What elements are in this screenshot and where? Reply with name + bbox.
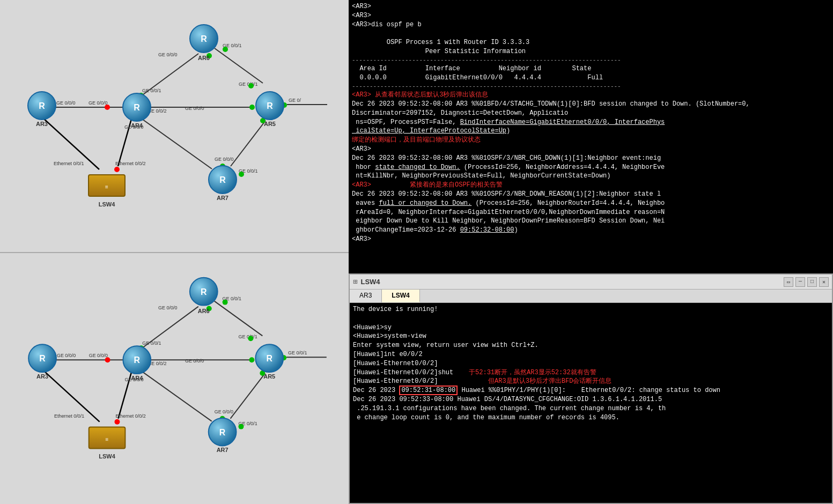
restore-button[interactable]: ▭ (784, 277, 793, 287)
svg-text:AR7: AR7 (217, 447, 228, 453)
maximize-button[interactable]: □ (807, 277, 817, 287)
svg-text:GE 0/0/0: GE 0/0/0 (89, 100, 108, 106)
svg-point-23 (105, 105, 110, 110)
ar3-ospf-title2: Peer Statistic Information (352, 47, 830, 56)
ar3-prompt3: <AR3> (352, 145, 830, 154)
svg-text:GE 0/0/1: GE 0/0/1 (142, 340, 161, 346)
lsw4-title-icon: ⊞ (353, 277, 357, 286)
ar3-prompt-1: <AR3> (352, 2, 830, 11)
right-panel: <AR3> <AR3> <AR3>dis ospf pe b OSPF Proc… (349, 0, 833, 504)
svg-text:R: R (134, 355, 141, 365)
svg-point-83 (249, 357, 254, 362)
svg-text:GE 0/0/0: GE 0/0/0 (89, 353, 108, 358)
svg-line-57 (231, 373, 266, 419)
svg-text:R: R (201, 287, 207, 297)
ar3-blank1 (352, 29, 830, 38)
svg-point-76 (105, 357, 110, 362)
svg-text:GE 0/0/1: GE 0/0/1 (239, 81, 258, 87)
svg-point-77 (114, 419, 120, 425)
svg-text:AR4: AR4 (131, 122, 143, 129)
svg-line-55 (215, 301, 263, 336)
svg-text:GE 0/0/0: GE 0/0/0 (158, 52, 178, 57)
lsw4-int: [Huawei]int e0/0/2 (353, 350, 829, 359)
svg-text:GE 0/0/0: GE 0/0/0 (185, 106, 204, 111)
svg-text:GE 0/0/1: GE 0/0/1 (238, 334, 257, 339)
lsw4-ds-log: Dec 26 2023 09:52:33-08:00 Huawei DS/4/D… (353, 395, 829, 422)
ar3-annotation2: 绑定的检测端口，及目前端口物理及协议状态 (352, 136, 830, 145)
svg-text:GE 0/0/0: GE 0/0/0 (57, 353, 76, 358)
ar3-divider1: ----------------------------------------… (352, 56, 830, 64)
svg-point-24 (114, 167, 120, 172)
svg-text:AR6: AR6 (198, 55, 210, 61)
ar3-ospf-title1: OSPF Process 1 with Router ID 3.3.3.3 (352, 38, 830, 47)
lsw4-phy-log: Dec 26 2023 09:52:31-08:00 Huawei %%01PH… (353, 386, 829, 395)
svg-text:AR3: AR3 (36, 121, 48, 127)
lsw4-title-left: ⊞ LSW4 (353, 277, 380, 286)
ar3-bfd-log: Dec 26 2023 09:52:32-08:00 AR3 %%01BFD/4… (352, 100, 830, 136)
lsw4-eth-prompt: [Huawei-Ethernet0/0/2] (353, 359, 829, 368)
lsw4-titlebar: ⊞ LSW4 ▭ ─ □ ✕ (350, 275, 832, 290)
svg-text:Ethernet 0/0/2: Ethernet 0/0/2 (115, 413, 145, 419)
ar3-annotation3: <AR3> 紧接着的是来自OSPF的相关告警 (352, 181, 830, 190)
svg-text:GE 0/0/0: GE 0/0/0 (215, 409, 233, 414)
svg-text:Ethernet 0/0/1: Ethernet 0/0/1 (54, 161, 84, 166)
svg-text:R: R (134, 103, 140, 112)
ar3-prompt-2: <AR3> (352, 11, 830, 20)
ar3-annotation1: <AR3> 从查看邻居状态后默认3秒后弹出该信息 (352, 91, 830, 100)
svg-text:R: R (219, 428, 226, 437)
svg-text:AR5: AR5 (263, 373, 275, 380)
ar3-nbr-chg-log: Dec 26 2023 09:52:32-08:00 AR3 %%01OSPF/… (352, 154, 830, 181)
lsw4-window: ⊞ LSW4 ▭ ─ □ ✕ AR3 LSW4 The device is ru… (349, 273, 833, 504)
minimize-button[interactable]: ─ (795, 277, 805, 287)
svg-text:R: R (39, 101, 45, 110)
titlebar-buttons: ▭ ─ □ ✕ (784, 277, 829, 287)
svg-point-29 (248, 83, 254, 88)
svg-text:R: R (39, 354, 46, 363)
svg-text:R: R (201, 34, 207, 43)
svg-point-34 (239, 172, 244, 177)
svg-text:Ethernet 0/0/2: Ethernet 0/0/2 (115, 161, 146, 166)
lsw4-shut-line: [Huawei-Ethernet0/0/2]shut 于52:31断开，虽然AR… (353, 368, 829, 377)
svg-text:GE 0/0/0: GE 0/0/0 (158, 305, 177, 310)
close-button[interactable]: ✕ (819, 277, 829, 287)
lsw4-tabs: AR3 LSW4 (350, 290, 832, 303)
diagram-top: GE 0/0/0 GE 0/0/0 GE 0/0/0 GE 0/0/1 GE 0… (0, 0, 349, 252)
svg-line-58 (137, 368, 211, 421)
lsw4-terminal-content: The device is running! <Huawei>sy <Huawe… (350, 303, 832, 503)
tab-lsw4[interactable]: LSW4 (382, 290, 419, 302)
ar3-terminal-content: <AR3> <AR3> <AR3>dis ospf pe b OSPF Proc… (349, 0, 833, 246)
svg-text:AR5: AR5 (264, 121, 276, 127)
svg-text:AR4: AR4 (131, 375, 143, 381)
lsw4-enter-msg: Enter system view, return user view with… (353, 341, 829, 350)
svg-text:≡: ≡ (106, 436, 109, 442)
diagram-bottom: GE 0/0/0 GE 0/0/0 GE 0/0/0 GE 0/0/1 GE 0… (0, 252, 349, 504)
lsw4-title-text: LSW4 (360, 278, 380, 286)
svg-point-82 (248, 336, 253, 341)
ar3-nbr-down-log: Dec 26 2023 09:52:32-08:00 AR3 %%01OSPF/… (352, 190, 830, 235)
lsw4-sy: <Huawei>sy (353, 323, 829, 332)
lsw4-system-view: <Huawei>system-view (353, 332, 829, 341)
svg-point-87 (238, 424, 244, 429)
svg-text:R: R (267, 101, 273, 110)
ar3-prompt4: <AR3> (352, 235, 830, 244)
tab-ar3[interactable]: AR3 (350, 290, 382, 302)
svg-text:AR6: AR6 (198, 308, 210, 314)
svg-point-30 (249, 105, 255, 110)
svg-text:LSW4: LSW4 (99, 201, 115, 207)
svg-text:GE 0/0/0: GE 0/0/0 (185, 358, 204, 364)
terminal-ar3: <AR3> <AR3> <AR3>dis ospf pe b OSPF Proc… (349, 0, 833, 273)
svg-text:AR3: AR3 (36, 373, 48, 380)
svg-text:R: R (266, 354, 272, 363)
lsw4-eth-prompt2: [Huawei-Ethernet0/0/2] 但AR3是默认3秒后才弹出BFD会… (353, 377, 829, 386)
ar3-cmd-dis: <AR3>dis ospf pe b (352, 20, 830, 29)
svg-text:GE 0/0/0: GE 0/0/0 (56, 100, 76, 106)
svg-text:GE 0/0/0: GE 0/0/0 (215, 157, 234, 162)
svg-line-4 (231, 121, 266, 166)
svg-text:Ethernet 0/0/1: Ethernet 0/0/1 (54, 413, 84, 419)
svg-point-81 (223, 300, 228, 305)
lsw4-running: The device is running! (353, 305, 829, 314)
lsw4-blank (353, 314, 829, 323)
ar3-table-header: Area Id Interface Neighbor id State (352, 64, 830, 73)
svg-text:AR7: AR7 (217, 195, 228, 201)
svg-line-5 (137, 115, 212, 169)
